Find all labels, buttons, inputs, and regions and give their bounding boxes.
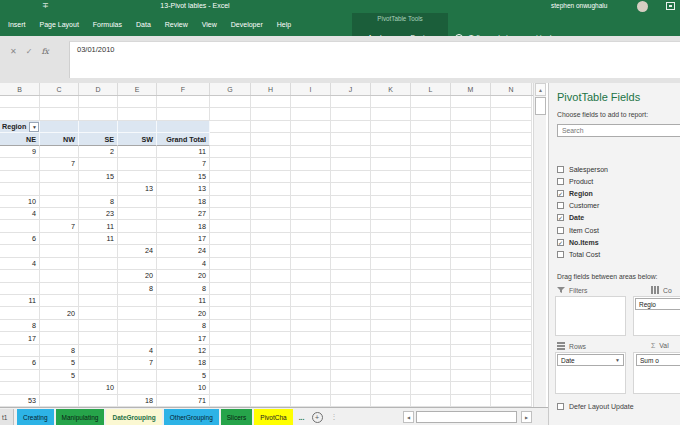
cell[interactable] bbox=[411, 382, 451, 394]
cell[interactable] bbox=[291, 133, 331, 145]
cell[interactable] bbox=[210, 208, 251, 220]
cell[interactable]: 8 bbox=[79, 196, 118, 208]
cell[interactable] bbox=[210, 245, 251, 257]
cell[interactable] bbox=[251, 258, 291, 270]
cell[interactable]: 7 bbox=[157, 158, 210, 170]
cell[interactable] bbox=[451, 171, 491, 183]
cell[interactable] bbox=[331, 245, 371, 257]
cell[interactable]: 4 bbox=[157, 258, 210, 270]
cell[interactable] bbox=[371, 345, 411, 357]
cell[interactable] bbox=[451, 233, 491, 245]
cell[interactable] bbox=[291, 357, 331, 369]
cell[interactable]: 8 bbox=[0, 320, 40, 332]
cell[interactable]: 24 bbox=[157, 245, 210, 257]
cell[interactable] bbox=[210, 121, 251, 133]
vertical-scrollbar[interactable]: ▲ bbox=[533, 83, 546, 407]
cell[interactable] bbox=[251, 345, 291, 357]
cell[interactable] bbox=[331, 270, 371, 282]
cell[interactable]: 20 bbox=[157, 307, 210, 319]
field-item-customer[interactable]: Customer bbox=[557, 200, 680, 212]
cell[interactable] bbox=[210, 370, 251, 382]
cell[interactable] bbox=[118, 370, 157, 382]
filters-area-well[interactable] bbox=[555, 296, 626, 336]
cell[interactable] bbox=[331, 258, 371, 270]
cell[interactable] bbox=[40, 208, 79, 220]
column-header-m[interactable]: M bbox=[451, 83, 491, 95]
cell[interactable] bbox=[0, 270, 40, 282]
cell[interactable] bbox=[291, 233, 331, 245]
sheet-tab-slicers[interactable]: Slicers bbox=[221, 409, 253, 425]
cell[interactable]: Region▼ bbox=[0, 121, 40, 133]
cell[interactable] bbox=[251, 382, 291, 394]
cell[interactable]: 4 bbox=[118, 345, 157, 357]
cell[interactable] bbox=[79, 183, 118, 195]
cell[interactable] bbox=[0, 108, 40, 120]
cell[interactable] bbox=[411, 108, 451, 120]
cell[interactable] bbox=[331, 357, 371, 369]
cell[interactable] bbox=[79, 395, 118, 407]
cell[interactable] bbox=[40, 196, 79, 208]
field-item-item-cost[interactable]: Item Cost bbox=[557, 224, 680, 236]
cell[interactable]: 71 bbox=[157, 395, 210, 407]
cell[interactable]: 5 bbox=[40, 357, 79, 369]
cell[interactable] bbox=[451, 245, 491, 257]
ribbon-tab-view[interactable]: View bbox=[202, 21, 217, 28]
field-checkbox[interactable]: ✓ bbox=[557, 214, 564, 221]
cell[interactable] bbox=[251, 395, 291, 407]
cell[interactable]: 20 bbox=[118, 270, 157, 282]
column-header-c[interactable]: C bbox=[40, 83, 79, 95]
cell[interactable] bbox=[291, 320, 331, 332]
cell[interactable] bbox=[251, 121, 291, 133]
cell[interactable] bbox=[291, 183, 331, 195]
cell[interactable] bbox=[371, 258, 411, 270]
cell[interactable] bbox=[291, 146, 331, 158]
cell[interactable] bbox=[79, 357, 118, 369]
cell[interactable] bbox=[331, 345, 371, 357]
cell[interactable] bbox=[40, 332, 79, 344]
cell[interactable] bbox=[491, 370, 532, 382]
cell[interactable] bbox=[118, 220, 157, 232]
cell[interactable] bbox=[251, 96, 291, 108]
cell[interactable] bbox=[251, 233, 291, 245]
cell[interactable] bbox=[291, 158, 331, 170]
cell[interactable] bbox=[371, 183, 411, 195]
cell[interactable] bbox=[411, 233, 451, 245]
cell[interactable] bbox=[331, 121, 371, 133]
cell[interactable] bbox=[451, 270, 491, 282]
cell[interactable] bbox=[0, 220, 40, 232]
cell[interactable] bbox=[79, 158, 118, 170]
cell[interactable]: 10 bbox=[157, 382, 210, 394]
cell[interactable] bbox=[118, 96, 157, 108]
cell[interactable]: 18 bbox=[157, 220, 210, 232]
cell[interactable] bbox=[371, 357, 411, 369]
cell[interactable] bbox=[291, 345, 331, 357]
cell[interactable] bbox=[331, 395, 371, 407]
columns-field-pill[interactable]: Regio bbox=[635, 298, 680, 310]
cell[interactable] bbox=[210, 183, 251, 195]
cell[interactable]: 10 bbox=[0, 196, 40, 208]
cell[interactable] bbox=[210, 320, 251, 332]
cell[interactable] bbox=[451, 183, 491, 195]
cell[interactable] bbox=[331, 146, 371, 158]
cell[interactable] bbox=[491, 245, 532, 257]
cell[interactable] bbox=[491, 345, 532, 357]
insert-function-icon[interactable]: fx bbox=[41, 47, 48, 56]
cell[interactable] bbox=[331, 196, 371, 208]
cell[interactable] bbox=[451, 345, 491, 357]
field-checkbox[interactable] bbox=[557, 251, 564, 258]
field-checkbox[interactable]: ✓ bbox=[557, 239, 564, 246]
cell[interactable]: 18 bbox=[157, 357, 210, 369]
cell[interactable]: 18 bbox=[118, 395, 157, 407]
cell[interactable] bbox=[371, 108, 411, 120]
cell[interactable] bbox=[210, 196, 251, 208]
cell[interactable] bbox=[371, 283, 411, 295]
rows-field-pill[interactable]: Date▼ bbox=[557, 354, 624, 366]
cell[interactable] bbox=[79, 245, 118, 257]
column-header-h[interactable]: H bbox=[251, 83, 291, 95]
cell[interactable] bbox=[210, 158, 251, 170]
cell[interactable] bbox=[371, 96, 411, 108]
column-header-n[interactable]: N bbox=[491, 83, 532, 95]
cell[interactable] bbox=[491, 295, 532, 307]
cell[interactable]: 11 bbox=[157, 295, 210, 307]
cell[interactable] bbox=[40, 96, 79, 108]
